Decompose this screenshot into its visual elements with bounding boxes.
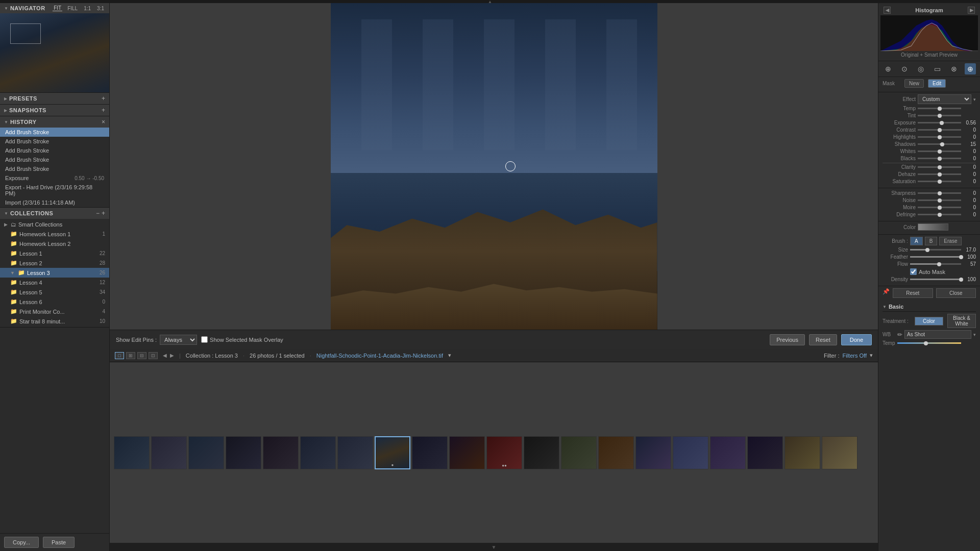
collections-plus-button[interactable]: +: [102, 210, 105, 216]
basic-temp-slider[interactable]: [897, 342, 961, 344]
film-thumb-4[interactable]: [226, 436, 261, 469]
show-pins-select[interactable]: Always Never Auto Selected: [160, 335, 197, 345]
treatment-color-btn[interactable]: Color: [915, 317, 943, 325]
filmstrip-filter-arrow[interactable]: ▾: [870, 352, 873, 359]
film-thumb-13[interactable]: [561, 436, 597, 469]
smart-collections-group[interactable]: ▶ 🗂 Smart Collections: [0, 220, 109, 229]
history-item[interactable]: Add Brush Stroke: [0, 137, 109, 146]
copy-button[interactable]: Copy...: [4, 537, 39, 548]
reset-button[interactable]: Reset: [809, 334, 837, 345]
effect-dropdown[interactable]: Custom: [918, 94, 971, 104]
presets-header[interactable]: ▶ Presets +: [0, 93, 109, 104]
effect-contrast-slider[interactable]: [918, 129, 961, 131]
zoom-fill[interactable]: FILL: [66, 6, 79, 11]
wb-eyedropper-icon[interactable]: ✏: [897, 331, 902, 338]
panel-close-button[interactable]: Close: [936, 288, 976, 298]
brush-feather-slider[interactable]: [910, 256, 961, 258]
collection-lesson3[interactable]: ▼ 📁 Lesson 3 26: [0, 268, 109, 278]
sharpness-slider[interactable]: [918, 192, 961, 194]
brush-tab-erase[interactable]: Erase: [939, 237, 962, 245]
collection-lesson2[interactable]: 📁 Lesson 2 28: [0, 258, 109, 268]
collection-lesson4[interactable]: 📁 Lesson 4 12: [0, 278, 109, 287]
film-thumb-5[interactable]: [263, 436, 299, 469]
effect-clarity-slider[interactable]: [918, 166, 961, 168]
film-thumb-17[interactable]: [710, 436, 746, 469]
brush-size-slider[interactable]: [910, 249, 961, 251]
zoom-3to1[interactable]: 3:1: [96, 6, 105, 11]
collections-header[interactable]: ▼ Collections − +: [0, 208, 109, 219]
effect-shadows-slider[interactable]: [918, 143, 961, 145]
tool-gradient[interactable]: ▭: [932, 63, 943, 74]
collection-lesson6[interactable]: 📁 Lesson 6 0: [0, 297, 109, 307]
view-survey[interactable]: ⊡: [149, 352, 158, 359]
view-loupe[interactable]: □: [115, 352, 124, 359]
effect-exposure-slider[interactable]: [918, 122, 961, 123]
film-thumb-9[interactable]: [412, 436, 448, 469]
effect-whites-slider[interactable]: [918, 151, 961, 152]
collection-homework2[interactable]: 📁 Homework Lesson 2: [0, 239, 109, 248]
film-thumb-16[interactable]: [673, 436, 708, 469]
brush-density-slider[interactable]: [910, 279, 961, 280]
filmstrip-prev-btn[interactable]: ◀: [163, 353, 167, 358]
snapshots-header[interactable]: ▶ Snapshots +: [0, 105, 109, 116]
history-item[interactable]: Exposure 0.50 → -0.50: [0, 173, 109, 183]
view-compare[interactable]: ⊟: [137, 352, 146, 359]
history-item[interactable]: Export - Hard Drive (2/3/16 9:29:58 PM): [0, 183, 109, 198]
film-thumb-12[interactable]: [524, 436, 559, 469]
histogram-left-arrow[interactable]: ◀: [884, 7, 891, 14]
effect-tint-slider[interactable]: [918, 115, 961, 116]
effect-temp-slider[interactable]: [918, 108, 961, 109]
film-thumb-8[interactable]: ●: [375, 436, 410, 469]
tool-crop[interactable]: ⊕: [883, 63, 894, 74]
previous-button[interactable]: Previous: [770, 334, 805, 345]
view-grid[interactable]: ⊞: [126, 352, 135, 359]
paste-button[interactable]: Paste: [43, 537, 75, 548]
effect-dehaze-slider[interactable]: [918, 173, 961, 175]
mask-edit-button[interactable]: Edit: [928, 79, 946, 88]
presets-add-button[interactable]: +: [102, 95, 105, 102]
film-thumb-7[interactable]: [337, 436, 373, 469]
panel-pin-icon[interactable]: 📌: [883, 288, 890, 298]
brush-flow-slider[interactable]: [910, 263, 961, 265]
noise-slider[interactable]: [918, 199, 961, 201]
filmstrip-filter-value[interactable]: Filters Off: [843, 353, 867, 359]
filmstrip-dropdown-arrow[interactable]: ▾: [448, 352, 451, 359]
brush-tab-b[interactable]: B: [925, 237, 938, 245]
effect-saturation-slider[interactable]: [918, 181, 961, 182]
film-thumb-19[interactable]: [785, 436, 820, 469]
wb-dropdown-arrow[interactable]: ▾: [973, 332, 976, 337]
zoom-1to1[interactable]: 1:1: [83, 6, 92, 11]
collection-lesson5[interactable]: 📁 Lesson 5 34: [0, 287, 109, 297]
history-item[interactable]: Import (2/3/16 11:14:18 AM): [0, 198, 109, 207]
panel-reset-button[interactable]: Reset: [893, 288, 933, 298]
film-thumb-18[interactable]: [747, 436, 783, 469]
history-item[interactable]: Add Brush Stroke: [0, 146, 109, 155]
treatment-bw-btn[interactable]: Black & White: [947, 314, 976, 328]
tool-redeye[interactable]: ◎: [915, 63, 926, 74]
film-thumb-2[interactable]: [151, 436, 187, 469]
effect-highlights-slider[interactable]: [918, 136, 961, 138]
film-thumb-10[interactable]: [449, 436, 485, 469]
navigator-preview[interactable]: [0, 13, 109, 92]
histogram-right-arrow[interactable]: ▶: [968, 7, 975, 14]
snapshots-add-button[interactable]: +: [102, 107, 105, 113]
history-item[interactable]: Add Brush Stroke: [0, 155, 109, 164]
film-thumb-11[interactable]: ●●: [486, 436, 522, 469]
brush-tab-a[interactable]: A: [910, 237, 923, 245]
navigator-header[interactable]: ▼ Navigator FIT FILL 1:1 3:1: [0, 3, 109, 13]
history-item[interactable]: Add Brush Stroke: [0, 128, 109, 137]
collection-star-trail[interactable]: 📁 Star trail 8 minut... 10: [0, 316, 109, 326]
defringe-slider[interactable]: [918, 214, 961, 215]
filmstrip-next-btn[interactable]: ▶: [170, 353, 174, 358]
film-thumb-20[interactable]: [822, 436, 857, 469]
mask-new-button[interactable]: New: [904, 79, 924, 88]
photo-canvas[interactable]: [331, 3, 657, 330]
automask-checkbox[interactable]: [910, 268, 917, 275]
mask-overlay-checkbox[interactable]: [201, 336, 208, 343]
film-thumb-3[interactable]: [188, 436, 224, 469]
collection-print-monitor[interactable]: 📁 Print Monitor Co... 4: [0, 307, 109, 316]
color-swatch[interactable]: [918, 223, 948, 231]
collection-lesson1[interactable]: 📁 Lesson 1 22: [0, 248, 109, 258]
film-thumb-1[interactable]: [114, 436, 150, 469]
tool-brush[interactable]: ⊕: [965, 63, 976, 74]
